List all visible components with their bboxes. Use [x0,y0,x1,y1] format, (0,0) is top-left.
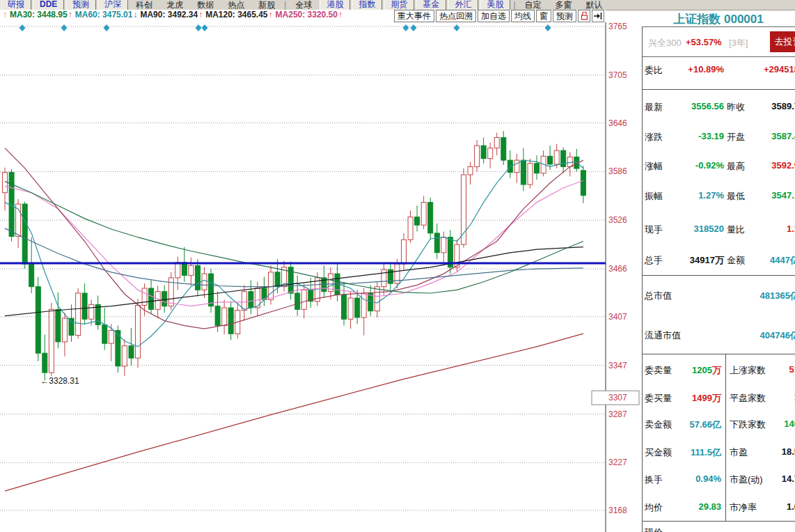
detail-left-value-2: 57.66亿 [663,418,721,431]
tab-13[interactable]: 期货 [384,0,414,10]
quote-value2-4: 3547.1 [771,190,795,201]
candle-body [249,292,253,308]
tab-1[interactable]: DDE [33,0,64,10]
event-diamond-marker[interactable] [19,24,26,31]
panel-left-border [642,26,643,532]
tab-5[interactable]: 龙虎 [160,0,189,10]
candle-body [122,346,127,366]
candle-body [567,157,572,166]
ma-trend-arrow-2: ↑ [198,10,203,19]
quote-value2-5: 1.1 [787,224,795,234]
detail-left-value-4: 0.94% [663,474,721,484]
chart-button-4[interactable]: 窗 [536,10,551,22]
event-diamond-marker[interactable] [202,24,208,31]
candle-body [581,171,585,196]
candle-body [63,318,68,342]
candle-body [468,166,473,175]
candle-body [275,272,280,287]
candle-body [3,173,8,193]
tab-10[interactable]: 全球 [289,0,318,10]
tab-8[interactable]: 新股 [252,0,281,10]
y-axis-tick-label: 3407 [608,312,627,322]
candle-body [554,150,559,164]
tab-12[interactable]: 指数 [352,0,382,10]
tab-7[interactable]: 热点 [221,0,251,10]
candle-body [49,309,54,373]
tab-3[interactable]: 沪深 [97,0,128,10]
quote-label-最高: 最高 [727,160,745,173]
y-axis-tick-label: 3168 [608,506,627,515]
event-diamond-marker[interactable] [196,24,202,31]
candle-body [481,146,486,159]
chart-button-2[interactable]: 加自选 [478,10,510,22]
detail-right-label-5: 市净率 [730,501,757,514]
candle-body [348,298,353,319]
event-diamond-marker[interactable] [454,24,460,31]
detail-right-value-5: 1.0 [787,501,795,512]
chart-button-5[interactable]: 预测 [553,10,576,22]
detail-right-value-3: 18.5 [782,446,795,457]
partial-row-label: 现价 [645,526,663,532]
dock-arrow-icon[interactable] [592,10,604,22]
event-diamond-marker[interactable] [411,24,417,31]
tab-16[interactable]: 美股 [480,0,510,10]
candle-body [428,203,433,233]
candle-body [82,293,87,319]
candle-body [222,308,227,326]
event-diamond-marker[interactable] [403,24,409,31]
candle-body [514,160,519,173]
detail-left-value-3: 111.5亿 [663,446,721,459]
chart-button-3[interactable]: 均线 [511,10,535,22]
candle-body [375,287,379,311]
detail-right-label-0: 上涨家数 [730,364,766,377]
quote-value-涨跌: -33.19 [657,131,724,141]
candle-body [109,331,113,344]
fund-name: 兴全300 [648,37,682,49]
candle-body [215,306,220,326]
chart-button-1[interactable]: 热点回溯 [436,10,476,22]
tab-4[interactable]: 科创 [129,0,159,10]
event-diamond-marker[interactable] [104,24,110,31]
tab-2[interactable]: 预测 [65,0,96,10]
candle-body [415,217,420,226]
tab-0[interactable]: 研报 [1,0,31,10]
candle-body [136,306,141,359]
quote-label-最低: 最低 [727,190,745,203]
candle-body [421,203,426,226]
detail-left-value-5: 29.83 [663,501,721,512]
tab-14[interactable]: 基金 [416,0,446,10]
event-diamond-marker[interactable] [545,24,551,31]
tab-18[interactable]: 自定 [519,0,548,10]
y-axis-tick-label: 3287 [608,409,627,419]
low-annotation: ←3328.31 [40,376,79,386]
tab-6[interactable]: 数据 [191,0,220,10]
chart-toolbar: 重大事件热点回溯加自选均线窗预测 [393,10,604,22]
lock-icon[interactable] [578,10,590,22]
tab-19[interactable]: 多窗 [549,0,578,10]
ma-label-1: MA60: 3475.01 [75,10,133,19]
detail-left-label-4: 换手 [645,474,663,486]
y-axis-tick-label: 3586 [608,166,627,176]
quote-value2-6: 4447亿 [770,254,795,267]
ma-label-2: MA90: 3492.34 [140,10,198,19]
tab-15[interactable]: 外汇 [448,0,478,10]
quote-value-委比: +10.89% [657,64,724,75]
detail-right-value-4: 14.7 [782,474,795,484]
panel-column-divider [725,354,726,521]
kline-chart-canvas[interactable]: 3765370536463586352634663407334732873227… [0,22,642,532]
ma-lead-arrow: ↑ [3,10,7,19]
candle-body [494,138,499,148]
tab-11[interactable]: 港股 [320,0,350,10]
quote-value-最新: 3556.56 [657,101,724,111]
tab-20[interactable]: 默认 [580,0,609,10]
panel-divider [642,275,795,276]
invest-button[interactable]: 去投资 [770,31,795,52]
chart-button-0[interactable]: 重大事件 [394,10,434,22]
cap-value-0: 481365亿 [760,290,795,302]
candle-body [342,295,347,319]
candle-body [269,272,274,300]
detail-right-label-1: 平盘家数 [730,392,766,405]
top-tab-bar: 研报DDE预测沪深科创龙虎数据热点新股|全球港股指数期货基金外汇美股|自定多窗默… [0,0,795,10]
candle-body [355,298,360,318]
event-diamond-marker[interactable] [61,24,68,31]
